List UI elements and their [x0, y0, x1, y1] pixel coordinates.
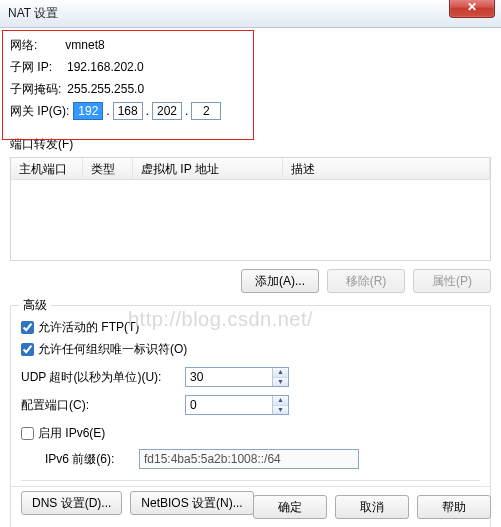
col-host-port[interactable]: 主机端口	[11, 158, 83, 179]
add-button[interactable]: 添加(A)...	[241, 269, 319, 293]
close-icon: ✕	[467, 0, 477, 14]
ok-button[interactable]: 确定	[253, 495, 327, 519]
subnet-mask-label: 子网掩码:	[10, 81, 61, 98]
spin-up-icon[interactable]: ▲	[273, 368, 288, 378]
gateway-oct3[interactable]	[152, 102, 182, 120]
window-title: NAT 设置	[8, 5, 58, 22]
udp-timeout-spinner[interactable]: ▲ ▼	[185, 367, 289, 387]
spinner-buttons[interactable]: ▲ ▼	[272, 396, 288, 414]
gateway-row: 网关 IP(G): . . .	[10, 100, 491, 122]
ip-dot: .	[185, 104, 188, 118]
spin-down-icon[interactable]: ▼	[273, 378, 288, 387]
dialog-body: 网络: vmnet8 子网 IP: 192.168.202.0 子网掩码: 25…	[0, 28, 501, 527]
cfg-port-row: 配置端口(C): ▲ ▼	[21, 394, 480, 416]
network-label: 网络:	[10, 37, 37, 54]
allow-org-checkbox[interactable]	[21, 343, 34, 356]
subnet-ip-value: 192.168.202.0	[67, 60, 144, 74]
network-value: vmnet8	[65, 38, 104, 52]
allow-ftp-checkbox[interactable]	[21, 321, 34, 334]
config-port-spinner[interactable]: ▲ ▼	[185, 395, 289, 415]
gateway-ip-input[interactable]: . . .	[73, 102, 221, 120]
allow-ftp-label: 允许活动的 FTP(T)	[38, 319, 139, 336]
ipv6-prefix-label: IPv6 前缀(6):	[45, 451, 135, 468]
table-header: 主机端口 类型 虚拟机 IP 地址 描述	[11, 158, 490, 180]
ftp-row: 允许活动的 FTP(T)	[21, 316, 480, 338]
ip-dot: .	[106, 104, 109, 118]
advanced-title: 高级	[19, 297, 51, 314]
spin-up-icon[interactable]: ▲	[273, 396, 288, 406]
port-forward-buttons: 添加(A)... 移除(R) 属性(P)	[10, 269, 491, 293]
port-forward-section: 端口转发(F) 主机端口 类型 虚拟机 IP 地址 描述 添加(A)... 移除…	[10, 136, 491, 293]
separator	[21, 480, 480, 481]
ipv6-row: 启用 IPv6(E)	[21, 422, 480, 444]
remove-button: 移除(R)	[327, 269, 405, 293]
spinner-buttons[interactable]: ▲ ▼	[272, 368, 288, 386]
subnet-ip-row: 子网 IP: 192.168.202.0	[10, 56, 491, 78]
close-button[interactable]: ✕	[449, 0, 495, 18]
allow-org-label: 允许任何组织唯一标识符(O)	[38, 341, 187, 358]
help-button[interactable]: 帮助	[417, 495, 491, 519]
gateway-oct1[interactable]	[73, 102, 103, 120]
port-forward-title: 端口转发(F)	[10, 137, 73, 151]
config-port-label: 配置端口(C):	[21, 397, 181, 414]
dialog-footer: 确定 取消 帮助	[10, 486, 491, 519]
titlebar: NAT 设置 ✕	[0, 0, 501, 28]
subnet-ip-label: 子网 IP:	[10, 59, 52, 76]
properties-button: 属性(P)	[413, 269, 491, 293]
port-forward-table[interactable]: 主机端口 类型 虚拟机 IP 地址 描述	[10, 157, 491, 261]
gateway-oct2[interactable]	[113, 102, 143, 120]
col-desc[interactable]: 描述	[283, 158, 490, 179]
spin-down-icon[interactable]: ▼	[273, 406, 288, 415]
org-row: 允许任何组织唯一标识符(O)	[21, 338, 480, 360]
subnet-mask-row: 子网掩码: 255.255.255.0	[10, 78, 491, 100]
network-row: 网络: vmnet8	[10, 34, 491, 56]
udp-timeout-input[interactable]	[186, 368, 272, 386]
subnet-mask-value: 255.255.255.0	[67, 82, 144, 96]
enable-ipv6-checkbox[interactable]	[21, 427, 34, 440]
ip-dot: .	[146, 104, 149, 118]
cancel-button[interactable]: 取消	[335, 495, 409, 519]
ipv6-prefix-input	[139, 449, 359, 469]
enable-ipv6-label: 启用 IPv6(E)	[38, 425, 105, 442]
config-port-input[interactable]	[186, 396, 272, 414]
udp-timeout-label: UDP 超时(以秒为单位)(U):	[21, 369, 181, 386]
gateway-label: 网关 IP(G):	[10, 103, 69, 120]
col-type[interactable]: 类型	[83, 158, 133, 179]
gateway-oct4[interactable]	[191, 102, 221, 120]
udp-row: UDP 超时(以秒为单位)(U): ▲ ▼	[21, 366, 480, 388]
ipv6-prefix-row: IPv6 前缀(6):	[21, 448, 480, 470]
col-vm-ip[interactable]: 虚拟机 IP 地址	[133, 158, 283, 179]
